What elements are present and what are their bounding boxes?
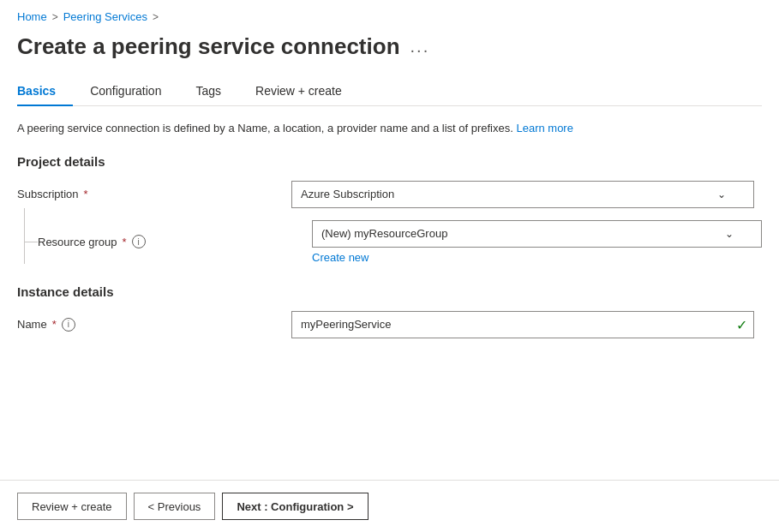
resource-group-label: Resource group <box>38 236 117 248</box>
instance-details-section: Instance details Name * i ✓ <box>17 284 762 338</box>
resource-group-info-icon[interactable]: i <box>132 235 146 248</box>
page-title: Create a peering service connection <box>17 33 400 60</box>
name-info-icon[interactable]: i <box>62 318 75 332</box>
resource-group-required: * <box>123 236 127 248</box>
breadcrumb-sep-1: > <box>52 11 58 23</box>
subscription-row: Subscription * Azure Subscription ⌄ <box>17 181 762 208</box>
breadcrumb-peering-services[interactable]: Peering Services <box>63 10 147 23</box>
resource-group-value: (New) myResourceGroup <box>321 227 447 240</box>
resource-group-dropdown-arrow: ⌄ <box>725 228 734 240</box>
project-details-section: Project details Subscription * Azure Sub… <box>17 154 762 264</box>
tab-tags[interactable]: Tags <box>178 77 238 106</box>
tab-review-create[interactable]: Review + create <box>238 77 359 106</box>
next-button[interactable]: Next : Configuration > <box>222 493 368 520</box>
subscription-dropdown-arrow: ⌄ <box>717 188 726 200</box>
create-new-link[interactable]: Create new <box>312 251 762 264</box>
breadcrumb: Home > Peering Services > <box>0 0 779 30</box>
name-input-wrapper: ✓ <box>291 311 754 338</box>
subscription-required: * <box>84 188 88 200</box>
breadcrumb-home[interactable]: Home <box>17 10 47 23</box>
page-title-row: Create a peering service connection ... <box>0 30 779 77</box>
instance-details-header: Instance details <box>17 284 762 299</box>
breadcrumb-sep-2: > <box>153 11 159 23</box>
description: A peering service connection is defined … <box>17 120 762 137</box>
name-input[interactable] <box>291 311 754 338</box>
previous-button[interactable]: < Previous <box>134 493 216 520</box>
learn-more-link[interactable]: Learn more <box>516 122 572 134</box>
resource-group-row: Resource group * i (New) myResourceGroup… <box>38 220 762 264</box>
subscription-dropdown[interactable]: Azure Subscription ⌄ <box>291 181 754 208</box>
tab-bar: Basics Configuration Tags Review + creat… <box>17 77 762 106</box>
tab-configuration[interactable]: Configuration <box>73 77 178 106</box>
subscription-value: Azure Subscription <box>301 188 394 200</box>
footer: Review + create < Previous Next : Config… <box>0 480 779 532</box>
resource-group-dropdown[interactable]: (New) myResourceGroup ⌄ <box>312 220 762 248</box>
name-required: * <box>52 318 57 331</box>
name-row: Name * i ✓ <box>17 311 762 338</box>
name-valid-icon: ✓ <box>736 316 747 332</box>
main-content: Basics Configuration Tags Review + creat… <box>0 77 779 480</box>
review-create-button[interactable]: Review + create <box>17 493 127 520</box>
name-label: Name <box>17 318 47 331</box>
tab-basics[interactable]: Basics <box>17 77 73 106</box>
subscription-label: Subscription <box>17 188 79 200</box>
page-menu-button[interactable]: ... <box>410 37 430 57</box>
project-details-header: Project details <box>17 154 762 169</box>
